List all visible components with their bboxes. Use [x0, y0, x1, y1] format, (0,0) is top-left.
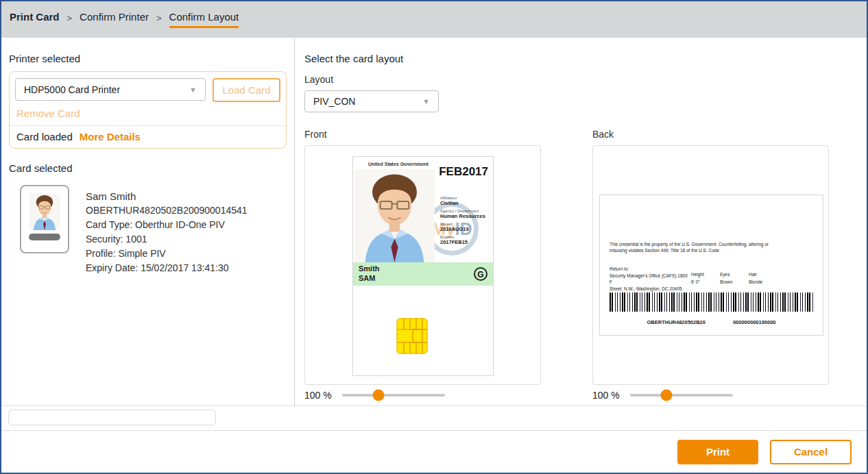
barcode-text-left: OBERTHUR4820502B20	[647, 319, 705, 325]
layout-label: Layout	[304, 74, 856, 85]
card-loaded-status: Card loaded	[16, 131, 73, 142]
eyes-value: Brown	[720, 279, 738, 284]
hair-value: Blonde	[749, 279, 767, 284]
breadcrumb-confirm-printer[interactable]: Confirm Printer	[80, 11, 149, 28]
band-given-name: SAM	[359, 274, 487, 284]
front-card-expiry-flag: FEB2017	[439, 165, 488, 179]
breadcrumb-confirm-layout[interactable]: Confirm Layout	[169, 11, 239, 28]
print-card-window: Print Card > Confirm Printer > Confirm L…	[0, 0, 868, 474]
front-zoom-slider-row: 100 %	[304, 390, 541, 401]
smartcard-chip-icon	[396, 318, 428, 354]
front-label: Front	[304, 129, 541, 140]
printer-selected-title: Printer selected	[9, 53, 287, 64]
back-zoom-slider[interactable]	[630, 394, 733, 397]
breadcrumb-separator-icon: >	[156, 13, 162, 27]
height-value: 6' 0"	[691, 279, 709, 284]
thumbnail-bar	[29, 234, 60, 240]
footer-message-box	[8, 410, 216, 425]
card-serial: OBERTHUR4820502B200900014541	[86, 203, 248, 218]
card-security: Security: 1001	[86, 232, 248, 247]
card-front-render: United States Government FEB2017	[352, 156, 494, 376]
breadcrumb-print-card[interactable]: Print Card	[10, 11, 60, 28]
barcode-text-right: 000000000100000	[733, 319, 776, 325]
printer-select[interactable]: HDP5000 Card Printer ▼	[15, 78, 206, 101]
band-surname: Smith	[359, 264, 487, 274]
card-type: Card Type: Oberthur ID-One PIV	[86, 218, 248, 232]
select-layout-title: Select the card layout	[304, 53, 856, 64]
card-back-render: This credential is the property of the U…	[599, 195, 823, 336]
eyes-label: Eyes	[720, 272, 738, 277]
layout-panel: Select the card layout Layout PIV_CON ▼ …	[295, 38, 867, 406]
cancel-button[interactable]: Cancel	[770, 440, 852, 464]
back-zoom-slider-row: 100 %	[592, 390, 829, 401]
issued-value: 2016AUG19	[440, 226, 494, 232]
front-zoom-slider[interactable]	[342, 394, 445, 397]
layout-select-value: PIV_CON	[313, 96, 355, 107]
printer-box: HDP5000 Card Printer ▼ Load Card Remove …	[9, 71, 287, 149]
back-zoom-value: 100 %	[592, 390, 623, 401]
return-to-label: Return to:	[610, 266, 690, 273]
affiliation-value: Civilian	[440, 200, 494, 206]
front-card-fields: Affiliation Civilian Agency / Department…	[440, 196, 494, 248]
action-button-bar: Print Cancel	[1, 430, 867, 473]
name-band: Smith SAM G	[353, 262, 493, 286]
load-card-button[interactable]: Load Card	[213, 78, 280, 102]
hair-label: Hair	[749, 272, 767, 277]
back-preview-column: Back This credential is the property of …	[592, 129, 829, 401]
expires-value: 2017FEB15	[440, 239, 494, 245]
barcode	[610, 292, 814, 312]
card-thumbnail	[20, 185, 69, 253]
front-card-header: United States Government	[368, 162, 429, 166]
return-address-line1: Security Manager's Office (CAFS) 1800 F	[610, 273, 690, 286]
print-button[interactable]: Print	[677, 440, 758, 464]
remove-card-link[interactable]: Remove Card	[10, 105, 286, 125]
g-symbol: G	[474, 267, 487, 281]
back-attributes: Height 6' 0" Eyes Brown Hair Blonde	[691, 272, 767, 284]
main-content: Printer selected HDP5000 Card Printer ▼ …	[1, 38, 867, 406]
back-label: Back	[592, 129, 829, 140]
chevron-down-icon: ▼	[422, 97, 430, 105]
cardholder-name: Sam Smith	[86, 189, 248, 203]
printer-select-value: HDP5000 Card Printer	[24, 84, 120, 95]
front-zoom-value: 100 %	[304, 390, 335, 401]
front-preview-box: United States Government FEB2017	[304, 145, 541, 385]
more-details-link[interactable]: More Details	[80, 131, 141, 142]
return-address-line2: Street, N.W., Washington, DC 20405	[610, 286, 690, 292]
height-label: Height	[691, 272, 709, 277]
card-selected-title: Card selected	[9, 162, 287, 174]
agency-value: Human Resources	[440, 213, 494, 219]
card-profile: Profile: Simple PIV	[86, 247, 248, 261]
back-legal-text: This credential is the property of the U…	[610, 241, 784, 253]
card-expiry: Expiry Date: 15/02/2017 13:41:30	[86, 261, 248, 275]
breadcrumb-separator-icon: >	[67, 13, 73, 27]
user-photo	[29, 192, 60, 231]
breadcrumb: Print Card > Confirm Printer > Confirm L…	[1, 1, 867, 38]
front-preview-column: Front United States Government FEB2017	[304, 129, 541, 401]
chevron-down-icon: ▼	[189, 86, 197, 94]
front-zoom-slider-thumb[interactable]	[372, 390, 384, 401]
layout-select[interactable]: PIV_CON ▼	[304, 90, 439, 112]
back-preview-box: This credential is the property of the U…	[592, 145, 829, 385]
back-zoom-slider-thumb[interactable]	[660, 390, 672, 401]
printer-panel: Printer selected HDP5000 Card Printer ▼ …	[1, 38, 295, 406]
front-card-photo	[354, 169, 435, 262]
footer-message-area	[1, 406, 867, 430]
card-summary: Sam Smith OBERTHUR4820502B200900014541 C…	[20, 185, 287, 275]
